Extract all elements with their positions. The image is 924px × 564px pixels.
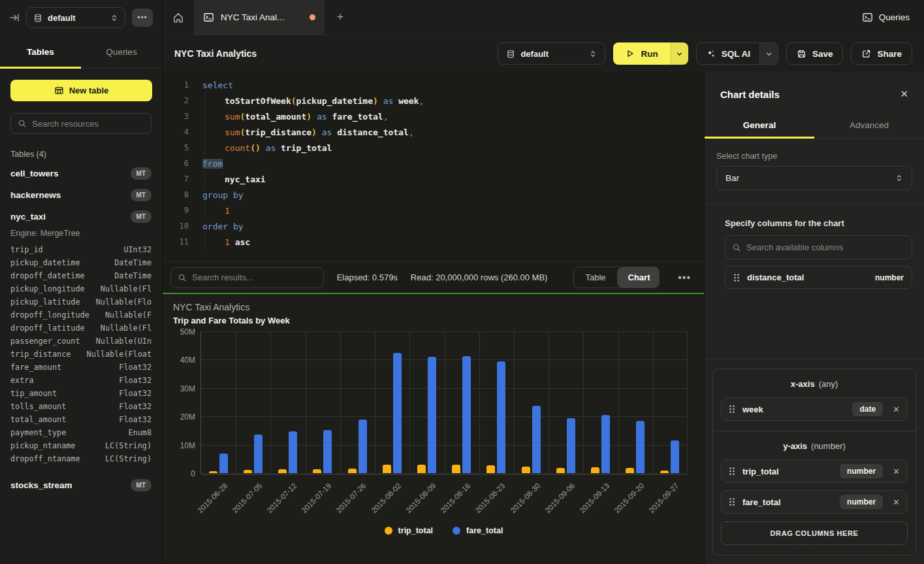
toolbar-db-select[interactable]: default xyxy=(498,42,605,65)
sidebar-tab-queries[interactable]: Queries xyxy=(81,35,162,68)
code-line: 111 asc xyxy=(163,234,704,250)
legend-label: fare_total xyxy=(466,526,503,535)
bar-fare_total[interactable] xyxy=(462,356,471,473)
columns-search-input[interactable] xyxy=(746,242,905,252)
workspace-db-value: default xyxy=(48,13,105,23)
line-number: 11 xyxy=(163,237,189,246)
bar-trip_total[interactable] xyxy=(383,465,391,474)
column-name: dropoff_datetime xyxy=(10,271,114,280)
table-item[interactable]: nyc_taxiMT xyxy=(0,206,162,227)
bar-trip_total[interactable] xyxy=(591,467,599,473)
chart-type-select[interactable]: Bar xyxy=(716,166,912,190)
bar-trip_total[interactable] xyxy=(522,467,530,473)
bar-trip_total[interactable] xyxy=(486,465,495,473)
sidebar-search-input[interactable] xyxy=(32,119,147,129)
close-icon[interactable]: ✕ xyxy=(900,88,908,100)
queries-link[interactable]: Queries xyxy=(848,0,924,35)
remove-icon[interactable]: ✕ xyxy=(890,405,900,414)
run-button-label: Run xyxy=(641,49,658,59)
bar-chart-plot[interactable] xyxy=(200,332,687,474)
save-button[interactable]: Save xyxy=(786,42,844,65)
bar-fare_total[interactable] xyxy=(289,431,297,473)
x-axis-items: weekdate✕ xyxy=(721,397,908,421)
axis-item-trip_total[interactable]: trip_totalnumber✕ xyxy=(721,459,908,483)
table-item[interactable]: cell_towersMT xyxy=(0,163,162,184)
bar-trip_total[interactable] xyxy=(244,470,252,473)
bar-trip_total[interactable] xyxy=(556,468,565,473)
bar-fare_total[interactable] xyxy=(358,420,367,473)
bar-trip_total[interactable] xyxy=(209,471,217,473)
indent-guide xyxy=(204,203,225,218)
column-name: tolls_amount xyxy=(10,402,119,411)
bar-trip_total[interactable] xyxy=(626,468,634,473)
tab-advanced[interactable]: Advanced xyxy=(814,114,924,138)
query-tab[interactable]: NYC Taxi Anal... xyxy=(194,0,325,35)
sidebar-tab-tables[interactable]: Tables xyxy=(0,35,81,68)
new-tab-button[interactable]: + xyxy=(325,0,356,35)
run-button[interactable]: Run xyxy=(613,42,670,65)
axis-item-fare_total[interactable]: fare_totalnumber✕ xyxy=(721,490,908,514)
drop-zone[interactable]: DRAG COLUMNS HERE xyxy=(721,522,908,545)
code-line: 1select xyxy=(163,77,704,93)
bar-fare_total[interactable] xyxy=(601,415,610,473)
bar-fare_total[interactable] xyxy=(497,361,505,473)
workspace-db-select[interactable]: default xyxy=(26,7,125,28)
chart-panel: NYC Taxi Analytics Trip and Fare Totals … xyxy=(163,293,704,564)
sql-token: fare_total xyxy=(332,112,383,122)
bar-trip_total[interactable] xyxy=(417,465,426,473)
bar-fare_total[interactable] xyxy=(428,357,436,473)
bar-fare_total[interactable] xyxy=(532,406,541,473)
table-name: nyc_taxi xyxy=(10,212,131,222)
y-tick-label: 0 xyxy=(163,469,195,478)
view-toggle-table[interactable]: Table xyxy=(574,267,616,288)
remove-icon[interactable]: ✕ xyxy=(890,497,900,507)
x-tick-label: 2015-08-16 xyxy=(439,482,471,514)
remove-icon[interactable]: ✕ xyxy=(890,467,900,476)
results-search-input[interactable] xyxy=(192,273,317,282)
sql-token xyxy=(230,237,235,247)
code-content: toStartOfWeek(pickup_datetime) as week, xyxy=(189,93,424,108)
tab-general[interactable]: General xyxy=(705,114,814,138)
bar-fare_total[interactable] xyxy=(636,421,645,473)
share-button[interactable]: Share xyxy=(851,42,912,65)
new-table-button[interactable]: New table xyxy=(10,80,152,101)
columns-label: Specify columns for the chart xyxy=(725,218,912,228)
bar-trip_total[interactable] xyxy=(660,471,669,473)
bar-fare_total[interactable] xyxy=(323,430,332,473)
bar-trip_total[interactable] xyxy=(313,469,321,473)
available-column-distance_total[interactable]: distance_totalnumber xyxy=(725,266,912,289)
x-tick-label: 2015-09-27 xyxy=(648,482,680,514)
bar-fare_total[interactable] xyxy=(567,418,575,473)
bar-fare_total[interactable] xyxy=(393,353,402,473)
x-axis-section: x-axis(any) weekdate✕ xyxy=(713,369,916,431)
bar-trip_total[interactable] xyxy=(278,469,287,473)
sql-ai-button[interactable]: SQL AI xyxy=(697,43,759,64)
run-options-button[interactable] xyxy=(671,42,688,65)
bar-fare_total[interactable] xyxy=(219,454,228,473)
collapse-sidebar-icon[interactable] xyxy=(9,12,20,23)
work-column: 1select2toStartOfWeek(pickup_datetime) a… xyxy=(163,72,704,564)
bar-trip_total[interactable] xyxy=(452,465,460,473)
sql-token: trip_total xyxy=(281,143,332,153)
view-toggle-chart[interactable]: Chart xyxy=(617,267,660,288)
terminal-icon xyxy=(862,12,873,23)
home-button[interactable] xyxy=(163,0,194,35)
table-item[interactable]: hackernewsMT xyxy=(0,184,162,206)
bar-trip_total[interactable] xyxy=(348,469,357,473)
indent-guide xyxy=(204,108,225,124)
line-number: 7 xyxy=(163,174,189,184)
legend-dot xyxy=(385,527,392,535)
sql-ai-options-button[interactable] xyxy=(759,43,778,64)
chevron-updown-icon xyxy=(110,14,118,22)
run-button-group: Run xyxy=(613,42,688,65)
results-more-button[interactable]: ••• xyxy=(673,272,696,284)
bar-fare_total[interactable] xyxy=(254,435,263,473)
axis-item-week[interactable]: weekdate✕ xyxy=(721,397,908,421)
bar-fare_total[interactable] xyxy=(671,440,679,473)
sql-editor[interactable]: 1select2toStartOfWeek(pickup_datetime) a… xyxy=(163,72,704,261)
code-line: 6from xyxy=(163,156,704,171)
workspace-more-button[interactable]: ••• xyxy=(132,8,153,27)
v-gridline xyxy=(340,332,341,474)
table-item[interactable]: stocks_streamMT xyxy=(0,474,162,496)
database-icon xyxy=(33,13,42,23)
